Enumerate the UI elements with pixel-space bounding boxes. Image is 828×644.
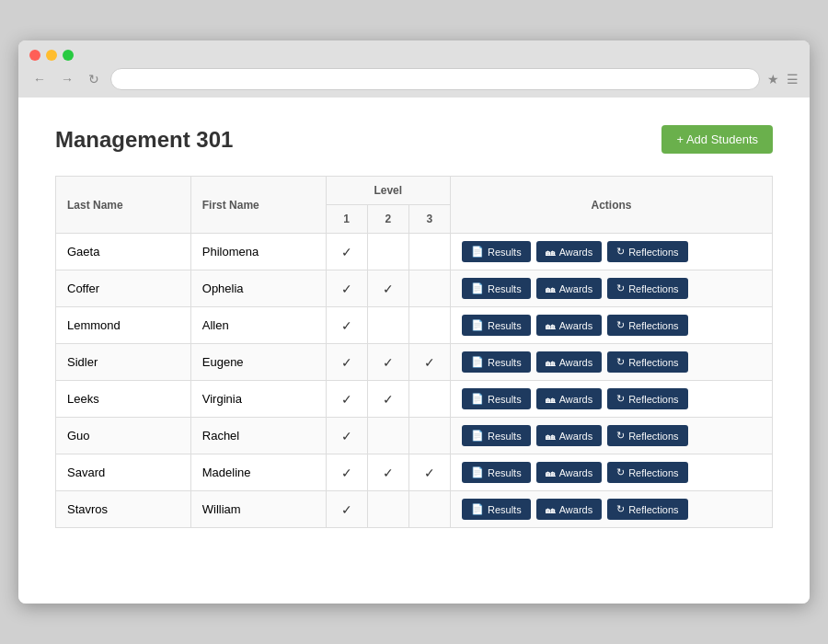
cell-level2: ✓: [367, 344, 408, 381]
results-icon: 📄: [471, 430, 484, 442]
cell-actions: 📄 Results 🏘 Awards ↻ Reflections: [451, 381, 773, 418]
cell-level3: [408, 307, 450, 344]
address-bar[interactable]: [110, 68, 760, 90]
col-header-level2: 2: [367, 205, 408, 234]
cell-first-name: Eugene: [190, 344, 326, 381]
awards-button[interactable]: 🏘 Awards: [536, 462, 602, 483]
reflections-button[interactable]: ↻ Reflections: [607, 241, 687, 262]
awards-icon: 🏘: [546, 467, 556, 478]
results-label: Results: [488, 357, 522, 368]
col-header-level-group: Level: [326, 177, 450, 205]
reflections-label: Reflections: [628, 394, 678, 405]
results-label: Results: [488, 467, 522, 478]
cell-first-name: Madeline: [190, 454, 326, 491]
results-label: Results: [488, 283, 522, 294]
awards-label: Awards: [559, 283, 592, 294]
action-buttons: 📄 Results 🏘 Awards ↻ Reflections: [462, 241, 761, 262]
results-button[interactable]: 📄 Results: [462, 388, 531, 409]
awards-button[interactable]: 🏘 Awards: [536, 351, 602, 373]
cell-level3: [408, 234, 450, 270]
results-label: Results: [488, 431, 522, 442]
table-wrapper: Last Name First Name Level Actions 1 2 3…: [55, 176, 773, 528]
reflections-label: Reflections: [628, 467, 678, 478]
refresh-button[interactable]: ↻: [85, 70, 103, 88]
results-button[interactable]: 📄 Results: [462, 351, 531, 373]
add-students-button[interactable]: + Add Students: [661, 125, 773, 154]
cell-level3: ✓: [408, 454, 450, 491]
reflections-button[interactable]: ↻ Reflections: [607, 425, 687, 446]
browser-toolbar: ← → ↻ ★ ☰: [29, 68, 799, 98]
table-row: Lemmond Allen ✓ 📄 Results 🏘 Awards ↻: [56, 307, 773, 344]
forward-button[interactable]: →: [57, 70, 77, 88]
reflections-icon: ↻: [616, 466, 625, 478]
cell-last-name: Lemmond: [56, 307, 191, 344]
results-icon: 📄: [471, 466, 484, 478]
page-header: Management 301 + Add Students: [55, 125, 773, 154]
results-icon: 📄: [471, 356, 484, 368]
col-header-level3: 3: [408, 205, 450, 234]
cell-actions: 📄 Results 🏘 Awards ↻ Reflections: [451, 418, 773, 454]
awards-button[interactable]: 🏘 Awards: [536, 499, 602, 520]
results-icon: 📄: [471, 282, 484, 294]
awards-button[interactable]: 🏘 Awards: [536, 241, 602, 262]
cell-actions: 📄 Results 🏘 Awards ↻ Reflections: [451, 307, 773, 344]
results-button[interactable]: 📄 Results: [462, 425, 531, 446]
results-button[interactable]: 📄 Results: [462, 462, 531, 483]
awards-icon: 🏘: [546, 283, 556, 294]
results-button[interactable]: 📄 Results: [462, 241, 531, 262]
results-icon: 📄: [471, 503, 484, 515]
action-buttons: 📄 Results 🏘 Awards ↻ Reflections: [462, 351, 761, 373]
maximize-button[interactable]: [63, 50, 74, 61]
reflections-label: Reflections: [628, 357, 678, 368]
results-button[interactable]: 📄 Results: [462, 499, 531, 520]
cell-actions: 📄 Results 🏘 Awards ↻ Reflections: [451, 270, 773, 307]
minimize-button[interactable]: [46, 50, 57, 61]
awards-button[interactable]: 🏘 Awards: [536, 315, 602, 336]
action-buttons: 📄 Results 🏘 Awards ↻ Reflections: [462, 388, 761, 409]
page-title: Management 301: [55, 127, 233, 153]
action-buttons: 📄 Results 🏘 Awards ↻ Reflections: [462, 315, 761, 336]
results-button[interactable]: 📄 Results: [462, 278, 531, 299]
reflections-button[interactable]: ↻ Reflections: [607, 462, 687, 483]
cell-level2: [367, 418, 408, 454]
cell-last-name: Sidler: [56, 344, 191, 381]
awards-button[interactable]: 🏘 Awards: [536, 278, 602, 299]
cell-actions: 📄 Results 🏘 Awards ↻ Reflections: [451, 344, 773, 381]
reflections-label: Reflections: [628, 504, 678, 515]
cell-actions: 📄 Results 🏘 Awards ↻ Reflections: [451, 234, 773, 270]
awards-label: Awards: [559, 431, 592, 442]
cell-level3: [408, 381, 450, 418]
table-row: Guo Rachel ✓ 📄 Results 🏘 Awards ↻: [56, 418, 773, 454]
cell-last-name: Guo: [56, 418, 191, 454]
cell-first-name: Ophelia: [190, 270, 326, 307]
awards-icon: 🏘: [546, 394, 556, 405]
reflections-icon: ↻: [616, 503, 625, 515]
reflections-button[interactable]: ↻ Reflections: [607, 388, 687, 409]
browser-window: ← → ↻ ★ ☰ Management 301 + Add Students …: [18, 40, 810, 604]
back-button[interactable]: ←: [29, 70, 50, 88]
cell-level3: [408, 418, 450, 454]
cell-last-name: Leeks: [56, 381, 191, 418]
cell-level3: ✓: [408, 344, 450, 381]
reflections-button[interactable]: ↻ Reflections: [607, 351, 687, 373]
reflections-button[interactable]: ↻ Reflections: [607, 499, 687, 520]
awards-button[interactable]: 🏘 Awards: [536, 425, 602, 446]
cell-level1: ✓: [326, 381, 367, 418]
results-button[interactable]: 📄 Results: [462, 315, 531, 336]
reflections-button[interactable]: ↻ Reflections: [607, 315, 687, 336]
traffic-lights: [29, 50, 799, 61]
awards-label: Awards: [559, 504, 592, 515]
table-row: Stavros William ✓ 📄 Results 🏘 Awards ↻: [56, 491, 773, 528]
reflections-icon: ↻: [616, 393, 625, 405]
bookmark-icon: ★: [767, 72, 779, 86]
cell-last-name: Savard: [56, 454, 191, 491]
awards-label: Awards: [559, 247, 592, 258]
reflections-button[interactable]: ↻ Reflections: [607, 278, 687, 299]
close-button[interactable]: [29, 50, 40, 61]
cell-actions: 📄 Results 🏘 Awards ↻ Reflections: [451, 491, 773, 528]
action-buttons: 📄 Results 🏘 Awards ↻ Reflections: [462, 425, 761, 446]
reflections-icon: ↻: [616, 246, 625, 258]
awards-icon: 🏘: [546, 431, 556, 442]
browser-content: Management 301 + Add Students Last Name …: [18, 98, 810, 604]
awards-button[interactable]: 🏘 Awards: [536, 388, 602, 409]
